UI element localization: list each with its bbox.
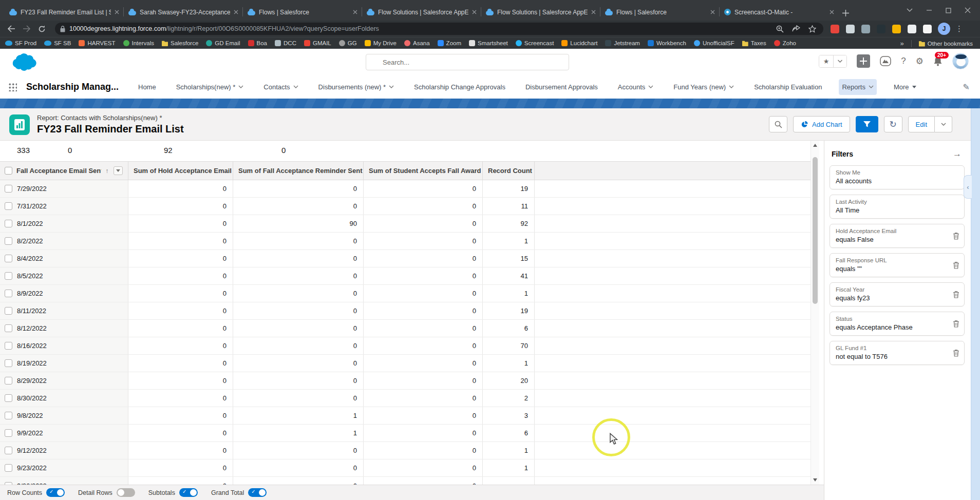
tab-close-icon[interactable] — [472, 10, 477, 14]
expand-panel-handle[interactable]: ‹ — [964, 175, 972, 199]
row-checkbox[interactable] — [5, 394, 12, 402]
scroll-up-icon[interactable] — [813, 144, 817, 147]
row-checkbox[interactable] — [5, 429, 12, 437]
extension-icon[interactable] — [923, 25, 932, 33]
filter-card[interactable]: Fiscal Year equals fy23 — [830, 282, 965, 306]
nav-tab[interactable]: Scholarship Evaluation — [751, 79, 825, 95]
column-header-fall-acceptance-email-sent[interactable]: Fall Acceptance Email Sent ↑ — [0, 162, 128, 180]
row-checkbox[interactable] — [5, 377, 12, 384]
filter-card[interactable]: Hold Acceptance Email equals False — [830, 224, 965, 248]
tab-close-icon[interactable] — [710, 10, 715, 14]
row-checkbox[interactable] — [5, 272, 12, 280]
row-checkbox[interactable] — [5, 202, 12, 210]
browser-menu-icon[interactable]: ⋮ — [955, 24, 963, 33]
remove-filter-trash-icon[interactable] — [953, 349, 959, 357]
row-checkbox[interactable] — [5, 220, 12, 227]
tab-close-icon[interactable] — [591, 10, 596, 14]
filter-card[interactable]: GL Fund #1 not equal to T576 — [830, 341, 965, 365]
bookmark-item[interactable]: SF SB — [44, 40, 71, 46]
row-checkbox[interactable] — [5, 412, 12, 419]
tab-close-icon[interactable] — [115, 10, 119, 14]
favorites-dropdown-icon[interactable] — [833, 55, 846, 67]
bookmark-item[interactable]: Smartsheet — [469, 40, 508, 46]
row-checkbox[interactable] — [5, 464, 12, 472]
browser-tab[interactable]: Screencast-O-Matic - — [719, 4, 838, 21]
filter-card[interactable]: Status equals Acceptance Phase — [830, 312, 965, 336]
row-checkbox[interactable] — [5, 185, 12, 193]
scroll-down-icon[interactable] — [813, 478, 817, 482]
bookmark-item[interactable]: Workbench — [648, 40, 686, 46]
browser-tab[interactable]: Flows | Salesforce — [600, 4, 719, 21]
nav-tab[interactable]: Scholarships(new) * — [173, 79, 247, 95]
nav-tab[interactable]: Accounts — [615, 79, 656, 95]
row-checkbox[interactable] — [5, 359, 12, 367]
trailhead-icon[interactable] — [880, 56, 891, 66]
select-all-checkbox[interactable] — [5, 167, 12, 175]
new-tab-button[interactable] — [842, 10, 849, 16]
favorite-star-icon[interactable]: ★ — [819, 55, 834, 67]
bookmark-star-icon[interactable] — [808, 25, 816, 33]
setup-gear-icon[interactable]: ⚙ — [916, 56, 924, 67]
browser-tab[interactable]: Sarah Swasey-FY23-Acceptance — [123, 4, 242, 21]
close-icon[interactable] — [965, 7, 971, 13]
bookmark-item[interactable]: Taxes — [742, 40, 766, 46]
edit-dropdown-button[interactable] — [935, 116, 952, 132]
chevron-down-icon[interactable] — [869, 85, 874, 88]
tab-close-icon[interactable] — [353, 10, 357, 14]
add-chart-button[interactable]: Add Chart — [793, 116, 850, 132]
bookmark-item[interactable]: GD Email — [206, 40, 240, 46]
browser-profile-avatar[interactable]: J — [938, 23, 950, 35]
filters-button[interactable] — [856, 116, 878, 132]
extension-icon[interactable] — [831, 25, 839, 33]
row-checkbox[interactable] — [5, 324, 12, 332]
nav-tab[interactable]: Disbursement Approvals — [522, 79, 601, 95]
nav-tab[interactable]: Scholarship Change Approvals — [411, 79, 508, 95]
filter-card[interactable]: Last Activity All Time — [830, 195, 965, 219]
user-avatar[interactable] — [952, 53, 969, 69]
forward-icon[interactable] — [23, 25, 31, 32]
bookmarks-overflow-icon[interactable]: » — [900, 40, 904, 47]
bookmark-item[interactable]: GMAIL — [304, 40, 331, 46]
back-icon[interactable] — [7, 25, 15, 32]
global-search-input[interactable] — [366, 54, 569, 70]
scrollbar-thumb[interactable] — [813, 157, 818, 304]
row-checkbox[interactable] — [5, 447, 12, 454]
app-launcher-icon[interactable] — [8, 83, 17, 91]
remove-filter-trash-icon[interactable] — [953, 261, 959, 269]
bookmark-item[interactable]: Zoho — [774, 40, 796, 46]
zoom-page-icon[interactable] — [776, 25, 784, 33]
share-icon[interactable] — [792, 25, 800, 32]
nav-tab[interactable]: Contacts — [260, 79, 301, 95]
toggle-switch[interactable] — [46, 488, 65, 497]
chevron-down-icon[interactable] — [238, 85, 243, 88]
nav-tab[interactable]: Home — [135, 79, 159, 95]
bookmark-item[interactable]: Lucidchart — [561, 40, 597, 46]
tab-search-icon[interactable] — [907, 8, 913, 12]
chevron-down-icon[interactable] — [648, 85, 653, 88]
bookmark-item[interactable]: Jetstream — [605, 40, 640, 46]
maximize-icon[interactable] — [946, 8, 951, 13]
chevron-down-icon[interactable] — [293, 85, 298, 88]
bookmark-item[interactable]: GG — [339, 40, 357, 46]
row-checkbox[interactable] — [5, 307, 12, 315]
collapse-panel-arrow-icon[interactable]: → — [953, 149, 962, 159]
browser-tab[interactable]: Flow Solutions | Salesforce AppE — [481, 4, 600, 21]
column-header-record-count[interactable]: Record Count — [483, 162, 535, 180]
column-header-sum-hold-acceptance-email[interactable]: Sum of Hold Acceptance Email — [128, 162, 233, 180]
bookmark-item[interactable]: My Drive — [365, 40, 397, 46]
browser-tab[interactable]: Flow Solutions | Salesforce AppE — [362, 4, 481, 21]
address-bar[interactable]: 10000degrees.lightning.force.com/lightni… — [55, 23, 823, 35]
column-filter-icon[interactable] — [114, 166, 123, 175]
nav-tab[interactable]: Disbursements (new) * — [315, 79, 398, 95]
find-in-report-button[interactable] — [769, 116, 787, 132]
extension-icon[interactable] — [877, 25, 885, 33]
minimize-icon[interactable] — [926, 7, 932, 13]
bookmark-item[interactable]: Screencast — [516, 40, 554, 46]
filter-card[interactable]: Fall Response URL equals "" — [830, 253, 965, 277]
notifications-bell-icon[interactable]: 20+ — [933, 56, 943, 66]
row-checkbox[interactable] — [5, 342, 12, 350]
edit-button[interactable]: Edit — [908, 116, 935, 132]
filter-card[interactable]: Show Me All accounts — [830, 165, 965, 189]
column-header-sum-student-accepts-fall-award[interactable]: Sum of Student Accepts Fall Award — [364, 162, 483, 180]
extension-icon[interactable] — [908, 25, 916, 33]
